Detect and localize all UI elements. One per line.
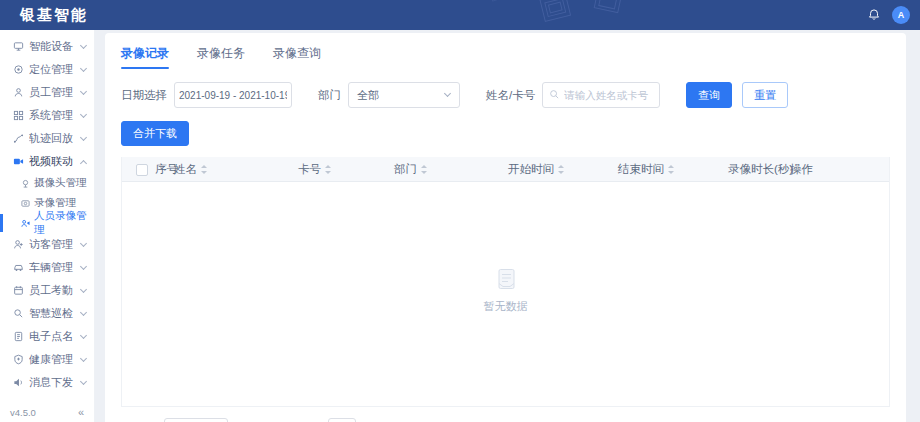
sidebar-item-track-playback[interactable]: 轨迹回放	[0, 127, 94, 150]
sidebar-item-smart-device[interactable]: 智能设备	[0, 35, 94, 58]
sort-icon[interactable]	[558, 165, 565, 174]
sidebar-item-vehicle[interactable]: 车辆管理	[0, 256, 94, 279]
header-actions: A	[866, 0, 910, 30]
sort-icon[interactable]	[325, 165, 332, 174]
filter-bar: 日期选择 部门 全部 姓名/卡号 查询 重置	[121, 82, 890, 108]
merge-download-button[interactable]: 合并下载	[121, 121, 189, 146]
user-avatar[interactable]: A	[892, 6, 910, 24]
rollcall-icon	[12, 331, 24, 343]
department-select-value: 全部	[357, 88, 379, 103]
pagination: 共 0 条 20条/页 ‹ 1 › 前往 页	[121, 418, 890, 422]
device-icon	[12, 41, 24, 53]
tab-recording-records[interactable]: 录像记录	[121, 45, 169, 69]
chevron-down-icon	[80, 286, 87, 293]
sidebar-subitem-camera-management[interactable]: 摄像头管理	[0, 173, 94, 193]
goto-page-input[interactable]	[328, 418, 356, 422]
sidebar-subitem-personnel-recording[interactable]: 人员录像管理	[0, 213, 94, 233]
sidebar-item-employee[interactable]: 员工管理	[0, 81, 94, 104]
sidebar-item-label: 智能设备	[29, 39, 81, 54]
sidebar-item-attendance[interactable]: 员工考勤	[0, 279, 94, 302]
sidebar-item-label: 员工管理	[29, 85, 81, 100]
sidebar-item-video-linkage[interactable]: 视频联动	[0, 150, 94, 173]
chevron-down-icon	[80, 263, 87, 270]
sort-icon[interactable]	[668, 165, 675, 174]
tab-recording-query[interactable]: 录像查询	[273, 45, 321, 69]
sidebar-item-location[interactable]: 定位管理	[0, 58, 94, 81]
table-body: 暂无数据	[122, 182, 889, 407]
column-label: 卡号	[298, 162, 321, 177]
chevron-down-icon	[80, 355, 87, 362]
sidebar-item-label: 访客管理	[29, 237, 81, 252]
date-range-input[interactable]	[174, 82, 292, 108]
department-select[interactable]: 全部	[348, 82, 460, 108]
version-label: v4.5.0	[10, 407, 36, 418]
employee-icon	[12, 87, 24, 99]
app: { "colors": { "accent": "#2d77f2", "head…	[0, 0, 920, 422]
speaker-icon	[12, 377, 24, 389]
sidebar-item-label: 员工考勤	[29, 283, 81, 298]
column-label: 部门	[394, 162, 417, 177]
sort-icon[interactable]	[201, 165, 208, 174]
sidebar-item-label: 视频联动	[29, 154, 81, 169]
department-filter-label: 部门	[318, 88, 341, 103]
column-header-card[interactable]: 卡号	[298, 157, 332, 182]
sidebar-item-label: 车辆管理	[29, 260, 81, 275]
sidebar-item-health[interactable]: 健康管理	[0, 348, 94, 371]
column-label: 姓名	[174, 162, 197, 177]
empty-text: 暂无数据	[484, 299, 528, 314]
sidebar-item-inspection[interactable]: 智慧巡检	[0, 302, 94, 325]
tab-bar: 录像记录 录像任务 录像查询	[121, 45, 890, 69]
column-header-duration: 录像时长(秒)	[728, 157, 793, 182]
tab-recording-tasks[interactable]: 录像任务	[197, 45, 245, 69]
chevron-down-icon	[80, 88, 87, 95]
chevron-down-icon	[80, 111, 87, 118]
sidebar-menu: 智能设备 定位管理 员工管理 系统管理 轨迹回放 视频联动	[0, 30, 94, 402]
chevron-down-icon	[80, 134, 87, 141]
chevron-up-icon	[80, 159, 87, 166]
column-header-name[interactable]: 姓名	[174, 157, 208, 182]
department-filter-group: 部门 全部	[318, 82, 460, 108]
sidebar-item-message[interactable]: 消息下发	[0, 371, 94, 394]
camera-icon	[20, 178, 30, 188]
sidebar-item-system[interactable]: 系统管理	[0, 104, 94, 127]
empty-box-icon	[491, 267, 521, 293]
sidebar-subitem-label: 摄像头管理	[34, 176, 87, 190]
main-content: 录像记录 录像任务 录像查询 日期选择 部门 全部 姓名/卡号	[95, 30, 920, 422]
sidebar-item-label: 系统管理	[29, 108, 81, 123]
attendance-icon	[12, 285, 24, 297]
visitor-icon	[12, 239, 24, 251]
column-header-operation: 操作	[790, 157, 813, 182]
collapse-sidebar-icon[interactable]: «	[78, 406, 84, 418]
sidebar-item-label: 智慧巡检	[29, 306, 81, 321]
sidebar-item-label: 消息下发	[29, 375, 81, 390]
app-title: 银基智能	[20, 6, 88, 25]
column-header-start-time[interactable]: 开始时间	[508, 157, 565, 182]
toolbar: 合并下载	[121, 121, 890, 146]
sort-icon[interactable]	[421, 165, 428, 174]
select-all-cell	[136, 157, 148, 182]
page-size-select[interactable]: 20条/页	[164, 418, 228, 422]
notification-bell-icon[interactable]	[866, 7, 882, 23]
sidebar-item-label: 轨迹回放	[29, 131, 81, 146]
chevron-down-icon	[80, 240, 87, 247]
chevron-down-icon	[80, 309, 87, 316]
sidebar-item-roll-call[interactable]: 电子点名	[0, 325, 94, 348]
search-button[interactable]: 查询	[686, 82, 732, 108]
inspection-icon	[12, 308, 24, 320]
track-icon	[12, 133, 24, 145]
chevron-down-icon	[80, 332, 87, 339]
column-header-end-time[interactable]: 结束时间	[618, 157, 675, 182]
vehicle-icon	[12, 262, 24, 274]
name-filter-label: 姓名/卡号	[486, 88, 535, 103]
location-icon	[12, 64, 24, 76]
chevron-down-icon	[80, 378, 87, 385]
reset-button[interactable]: 重置	[742, 82, 788, 108]
column-header-department[interactable]: 部门	[394, 157, 428, 182]
select-all-checkbox[interactable]	[136, 164, 148, 176]
sidebar-item-visitor[interactable]: 访客管理	[0, 233, 94, 256]
video-icon	[12, 156, 24, 168]
date-filter-label: 日期选择	[121, 88, 167, 103]
sidebar-item-label: 定位管理	[29, 62, 81, 77]
name-filter-group: 姓名/卡号	[486, 82, 660, 108]
sidebar: 智能设备 定位管理 员工管理 系统管理 轨迹回放 视频联动	[0, 30, 95, 422]
